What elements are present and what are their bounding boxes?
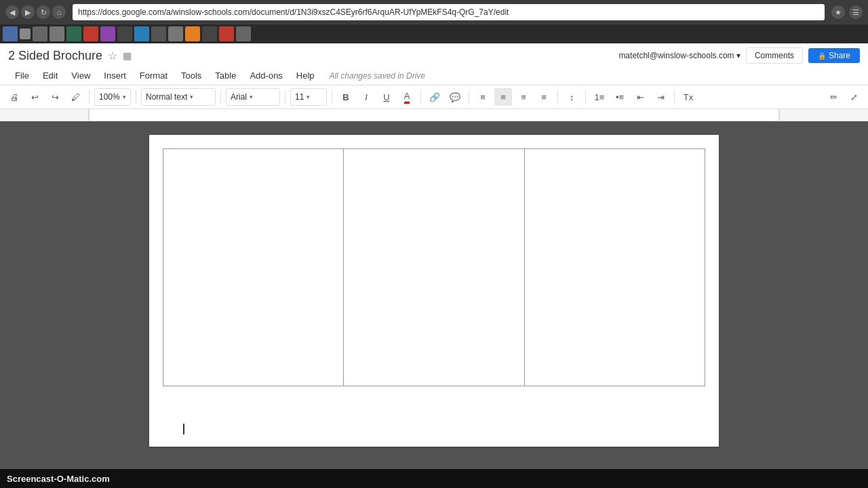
zoom-dropdown-arrow: ▾ bbox=[123, 94, 126, 100]
ext-icon-12[interactable] bbox=[185, 26, 200, 41]
align-justify-button[interactable]: ≡ bbox=[535, 88, 553, 106]
document-table bbox=[163, 148, 705, 386]
menu-file[interactable]: File bbox=[8, 68, 36, 83]
page-content[interactable] bbox=[149, 135, 719, 447]
forward-button[interactable]: ▶ bbox=[21, 5, 35, 19]
separator-4 bbox=[285, 90, 285, 104]
menu-insert[interactable]: Insert bbox=[97, 68, 133, 83]
unordered-list-button[interactable]: •≡ bbox=[611, 88, 629, 106]
redo-button[interactable]: ↪ bbox=[46, 88, 64, 106]
page bbox=[149, 135, 719, 447]
menu-bar: File Edit View Insert Format Tools Table… bbox=[8, 66, 860, 85]
size-select[interactable]: 11 ▾ bbox=[290, 88, 327, 106]
edit-mode-button[interactable]: ✏ bbox=[825, 88, 842, 106]
style-value: Normal text bbox=[146, 92, 187, 102]
separator-1 bbox=[89, 90, 90, 104]
separator-3 bbox=[220, 90, 221, 104]
ext-icon-1[interactable] bbox=[3, 26, 18, 41]
autosave-text: All changes saved in Drive bbox=[330, 71, 425, 81]
address-bar[interactable]: https://docs.google.com/a/winslow-school… bbox=[73, 4, 825, 20]
italic-button[interactable]: I bbox=[357, 88, 375, 106]
menu-format[interactable]: Format bbox=[133, 68, 174, 83]
line-spacing-button[interactable]: ↕ bbox=[563, 88, 580, 106]
ext-icon-5[interactable] bbox=[66, 26, 81, 41]
share-button[interactable]: 🔒 Share bbox=[808, 48, 860, 63]
zoom-value: 100% bbox=[99, 92, 120, 102]
align-center-button[interactable]: ≡ bbox=[494, 88, 512, 106]
ext-icon-2[interactable] bbox=[20, 28, 31, 39]
text-cursor bbox=[183, 424, 184, 434]
text-color-label: A bbox=[404, 91, 410, 104]
insert-comment-button[interactable]: 💬 bbox=[446, 88, 464, 106]
decrease-indent-button[interactable]: ⇤ bbox=[631, 88, 649, 106]
align-right-button[interactable]: ≡ bbox=[515, 88, 532, 106]
toolbar: 🖨 ↩ ↪ 🖊 100% ▾ Normal text ▾ Arial ▾ 11 … bbox=[0, 85, 868, 109]
doc-title: 2 Sided Brochure bbox=[8, 49, 102, 63]
browser-nav-buttons: ◀ ▶ ↻ ⌂ bbox=[5, 5, 66, 19]
paint-format-button[interactable]: 🖊 bbox=[66, 88, 84, 106]
menu-table[interactable]: Table bbox=[208, 68, 243, 83]
size-dropdown-arrow: ▾ bbox=[307, 94, 310, 100]
document-area[interactable] bbox=[0, 121, 868, 460]
increase-indent-button[interactable]: ⇥ bbox=[652, 88, 669, 106]
separator-5 bbox=[332, 90, 332, 104]
undo-button[interactable]: ↩ bbox=[26, 88, 43, 106]
ext-icon-15[interactable] bbox=[236, 26, 251, 41]
ext-icon-14[interactable] bbox=[219, 26, 234, 41]
size-value: 11 bbox=[295, 92, 304, 102]
ext-icon-6[interactable] bbox=[83, 26, 98, 41]
gdocs-container: 2 Sided Brochure ☆ ▦ matetchl@winslow-sc… bbox=[0, 43, 868, 460]
lock-icon: 🔒 bbox=[818, 52, 826, 60]
text-color-button[interactable]: A bbox=[398, 88, 416, 106]
browser-toolbar: ◀ ▶ ↻ ⌂ https://docs.google.com/a/winslo… bbox=[0, 0, 868, 24]
table-cell-3[interactable] bbox=[524, 149, 705, 386]
bookmark-button[interactable]: ★ bbox=[831, 5, 845, 19]
menu-addons[interactable]: Add-ons bbox=[243, 68, 289, 83]
menu-edit[interactable]: Edit bbox=[36, 68, 64, 83]
table-cell-2[interactable] bbox=[344, 149, 524, 386]
share-label: Share bbox=[829, 51, 850, 60]
ext-icon-11[interactable] bbox=[168, 26, 183, 41]
ext-icon-9[interactable] bbox=[134, 26, 149, 41]
extension-bar bbox=[0, 24, 868, 43]
menu-button[interactable]: ☰ bbox=[849, 5, 863, 19]
underline-button[interactable]: U bbox=[378, 88, 395, 106]
menu-help[interactable]: Help bbox=[290, 68, 321, 83]
folder-icon[interactable]: ▦ bbox=[123, 50, 132, 61]
menu-view[interactable]: View bbox=[64, 68, 97, 83]
ext-icon-13[interactable] bbox=[202, 26, 217, 41]
zoom-select[interactable]: 100% ▾ bbox=[94, 88, 131, 106]
table-row bbox=[163, 149, 705, 386]
bold-button[interactable]: B bbox=[337, 88, 355, 106]
table-cell-1[interactable] bbox=[163, 149, 344, 386]
separator-6 bbox=[420, 90, 421, 104]
back-button[interactable]: ◀ bbox=[5, 5, 19, 19]
style-select[interactable]: Normal text ▾ bbox=[141, 88, 216, 106]
ext-icon-3[interactable] bbox=[33, 26, 47, 41]
menu-tools[interactable]: Tools bbox=[174, 68, 208, 83]
watermark-text: Screencast-O-Matic.com bbox=[7, 474, 110, 484]
insert-link-button[interactable]: 🔗 bbox=[426, 88, 443, 106]
clear-formatting-button[interactable]: Tx bbox=[679, 88, 697, 106]
style-dropdown-arrow: ▾ bbox=[190, 94, 193, 100]
star-icon[interactable]: ☆ bbox=[108, 49, 117, 62]
align-left-button[interactable]: ≡ bbox=[474, 88, 492, 106]
font-select[interactable]: Arial ▾ bbox=[226, 88, 280, 106]
comments-button[interactable]: Comments bbox=[746, 47, 803, 64]
user-area: matetchl@winslow-schools.com ▾ Comments … bbox=[618, 47, 860, 64]
ordered-list-button[interactable]: 1≡ bbox=[591, 88, 608, 106]
user-email: matetchl@winslow-schools.com ▾ bbox=[618, 51, 741, 60]
print-button[interactable]: 🖨 bbox=[5, 88, 23, 106]
ext-icon-8[interactable] bbox=[117, 26, 132, 41]
ext-icon-10[interactable] bbox=[151, 26, 166, 41]
ext-icon-4[interactable] bbox=[50, 26, 64, 41]
ruler-marks bbox=[89, 109, 779, 121]
doc-title-area: 2 Sided Brochure ☆ ▦ bbox=[8, 49, 132, 63]
ext-icon-7[interactable] bbox=[100, 26, 115, 41]
home-button[interactable]: ⌂ bbox=[52, 5, 66, 19]
font-dropdown-arrow: ▾ bbox=[250, 94, 253, 100]
ruler-inner bbox=[88, 109, 780, 121]
refresh-button[interactable]: ↻ bbox=[37, 5, 50, 19]
font-value: Arial bbox=[231, 92, 247, 102]
expand-button[interactable]: ⤢ bbox=[845, 88, 863, 106]
